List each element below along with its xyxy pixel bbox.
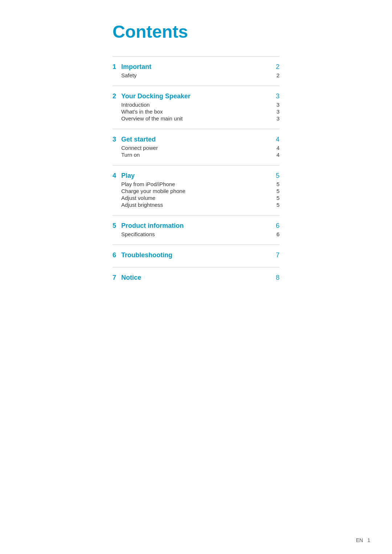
toc-section-5: 5Product information6Specifications6 xyxy=(113,215,279,245)
toc-sub-title-1-0: Safety xyxy=(121,72,272,78)
toc-number-2: 2 xyxy=(113,93,121,100)
toc-number-4: 4 xyxy=(113,172,121,180)
toc-sub-page-5-0: 6 xyxy=(272,231,279,237)
toc-sub-row-3-1: Turn on4 xyxy=(113,152,279,158)
toc-sub-title-3-1: Turn on xyxy=(121,152,272,158)
toc-container: 1Important2Safety22Your Docking Speaker3… xyxy=(113,56,279,290)
toc-section-2: 2Your Docking Speaker3Introduction3What'… xyxy=(113,86,279,129)
toc-page-2: 3 xyxy=(272,93,279,100)
footer: EN 1 xyxy=(356,537,370,543)
toc-main-row-2: 2Your Docking Speaker3 xyxy=(113,93,279,100)
toc-section-6: 6Troubleshooting7 xyxy=(113,245,279,267)
toc-sub-row-3-0: Connect power4 xyxy=(113,145,279,151)
toc-sub-row-4-2: Adjust volume5 xyxy=(113,195,279,201)
toc-main-row-7: 7Notice8 xyxy=(113,274,279,282)
toc-sub-row-4-1: Charge your mobile phone5 xyxy=(113,188,279,194)
toc-sub-title-4-3: Adjust brightness xyxy=(121,202,272,208)
toc-main-row-4: 4Play5 xyxy=(113,172,279,180)
toc-title-7: Notice xyxy=(121,274,272,282)
toc-section-4: 4Play5Play from iPod/iPhone5Charge your … xyxy=(113,165,279,215)
toc-sub-row-4-3: Adjust brightness5 xyxy=(113,202,279,208)
toc-sub-page-3-0: 4 xyxy=(272,145,279,151)
toc-number-3: 3 xyxy=(113,136,121,143)
footer-page: 1 xyxy=(367,537,370,543)
toc-sub-title-2-1: What's in the box xyxy=(121,108,272,115)
toc-title-1: Important xyxy=(121,63,272,71)
toc-page-6: 7 xyxy=(272,251,279,259)
toc-section-1: 1Important2Safety2 xyxy=(113,56,279,86)
toc-page-5: 6 xyxy=(272,222,279,230)
toc-title-6: Troubleshooting xyxy=(121,251,272,259)
toc-sub-page-2-0: 3 xyxy=(272,102,279,108)
toc-page-1: 2 xyxy=(272,63,279,71)
toc-number-7: 7 xyxy=(113,274,121,282)
toc-sub-row-4-0: Play from iPod/iPhone5 xyxy=(113,181,279,187)
toc-title-2: Your Docking Speaker xyxy=(121,93,272,100)
toc-sub-row-2-0: Introduction3 xyxy=(113,102,279,108)
toc-page-3: 4 xyxy=(272,136,279,143)
toc-page-4: 5 xyxy=(272,172,279,180)
toc-sub-title-4-2: Adjust volume xyxy=(121,195,272,201)
toc-page-7: 8 xyxy=(272,274,279,282)
page-content: Contents 1Important2Safety22Your Docking… xyxy=(98,0,294,319)
toc-sub-row-5-0: Specifications6 xyxy=(113,231,279,237)
toc-sub-row-1-0: Safety2 xyxy=(113,72,279,78)
toc-number-6: 6 xyxy=(113,251,121,259)
toc-sub-title-5-0: Specifications xyxy=(121,231,272,237)
page-title: Contents xyxy=(113,22,279,42)
toc-main-row-5: 5Product information6 xyxy=(113,222,279,230)
toc-sub-title-3-0: Connect power xyxy=(121,145,272,151)
toc-main-row-3: 3Get started4 xyxy=(113,136,279,143)
toc-sub-page-4-0: 5 xyxy=(272,181,279,187)
toc-sub-page-1-0: 2 xyxy=(272,72,279,78)
toc-sub-page-4-1: 5 xyxy=(272,188,279,194)
toc-sub-row-2-2: Overview of the main unit3 xyxy=(113,115,279,122)
toc-sub-title-4-1: Charge your mobile phone xyxy=(121,188,272,194)
toc-title-4: Play xyxy=(121,172,272,180)
toc-sub-page-3-1: 4 xyxy=(272,152,279,158)
toc-section-7: 7Notice8 xyxy=(113,267,279,290)
toc-section-3: 3Get started4Connect power4Turn on4 xyxy=(113,129,279,165)
toc-main-row-6: 6Troubleshooting7 xyxy=(113,251,279,259)
toc-sub-title-2-2: Overview of the main unit xyxy=(121,115,272,122)
toc-main-row-1: 1Important2 xyxy=(113,63,279,71)
toc-sub-page-2-2: 3 xyxy=(272,115,279,122)
toc-sub-page-2-1: 3 xyxy=(272,108,279,115)
toc-number-1: 1 xyxy=(113,63,121,71)
toc-title-5: Product information xyxy=(121,222,272,230)
toc-number-5: 5 xyxy=(113,222,121,230)
toc-sub-row-2-1: What's in the box3 xyxy=(113,108,279,115)
toc-sub-page-4-2: 5 xyxy=(272,195,279,201)
toc-title-3: Get started xyxy=(121,136,272,143)
footer-lang: EN xyxy=(356,537,363,543)
toc-sub-page-4-3: 5 xyxy=(272,202,279,208)
toc-sub-title-2-0: Introduction xyxy=(121,102,272,108)
toc-sub-title-4-0: Play from iPod/iPhone xyxy=(121,181,272,187)
